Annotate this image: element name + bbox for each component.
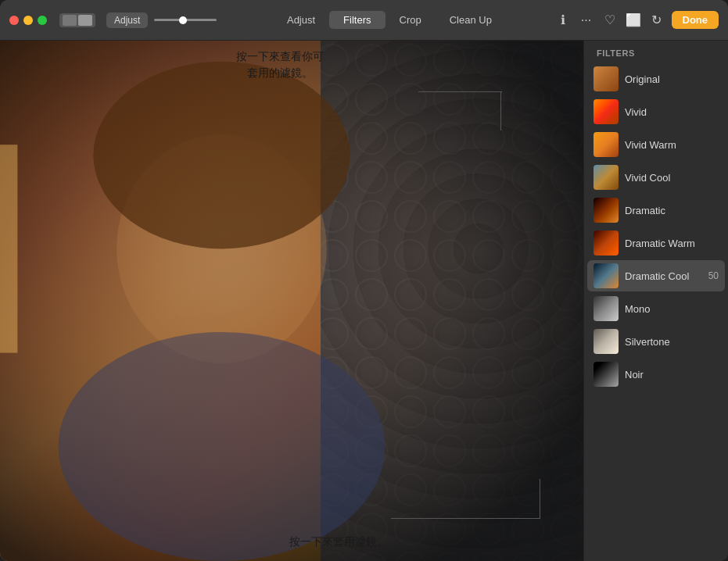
filter-name-silvertone: Silvertone [625, 336, 719, 348]
filter-name-mono: Mono [625, 303, 719, 315]
photo-area[interactable]: 按一下來查看你可 套用的濾鏡。 按一下來套用濾鏡。 [0, 41, 583, 561]
filter-name-dramatic-warm: Dramatic Warm [625, 238, 719, 249]
info-icon[interactable]: ℹ [554, 12, 572, 29]
filter-thumb-dramatic-cool [594, 263, 619, 288]
revert-to-original-button[interactable]: Adjust [106, 13, 148, 28]
svg-point-8 [59, 332, 386, 561]
app-window: Adjust Adjust Filters Crop Clean Up ℹ ··… [0, 0, 728, 561]
filter-thumb-dramatic [594, 198, 619, 223]
filter-thumb-vivid-warm [594, 132, 619, 157]
filter-item-noir[interactable]: Noir [587, 359, 725, 390]
photo-svg [0, 41, 583, 561]
nav-tabs: Adjust Filters Crop Clean Up [231, 11, 547, 29]
filter-thumb-vivid-cool [594, 165, 619, 190]
filter-item-vivid-cool[interactable]: Vivid Cool [587, 162, 725, 193]
filter-name-vivid-cool: Vivid Cool [625, 172, 719, 184]
photo-background [0, 41, 583, 561]
filter-thumb-dramatic-warm [594, 230, 619, 255]
filter-name-original: Original [625, 73, 719, 85]
more-icon[interactable]: ··· [578, 12, 595, 29]
view-toggle [59, 13, 95, 27]
filter-value-dramatic-cool: 50 [708, 270, 719, 281]
svg-rect-9 [0, 145, 17, 352]
filter-name-vivid-warm: Vivid Warm [625, 139, 719, 151]
filter-item-silvertone[interactable]: Silvertone [587, 326, 725, 357]
filter-item-original[interactable]: Original [587, 63, 725, 95]
zoom-slider[interactable] [154, 19, 217, 21]
filter-name-dramatic-cool: Dramatic Cool [625, 270, 702, 282]
filter-name-vivid: Vivid [625, 106, 719, 118]
maximize-button[interactable] [38, 16, 47, 25]
single-view-btn[interactable] [63, 15, 77, 26]
filter-item-dramatic-warm[interactable]: Dramatic Warm [587, 227, 725, 259]
rotate-icon[interactable]: ↻ [648, 12, 665, 29]
close-button[interactable] [9, 16, 19, 25]
filter-thumb-silvertone [594, 329, 619, 354]
filter-item-vivid[interactable]: Vivid [587, 96, 725, 127]
filter-thumb-noir [594, 362, 619, 387]
done-button[interactable]: Done [672, 11, 719, 29]
filter-name-dramatic: Dramatic [625, 205, 719, 216]
favorite-icon[interactable]: ♡ [601, 12, 619, 29]
filters-sidebar: FILTERS Original Vivid Vivid Warm Vivid … [583, 41, 728, 561]
share-icon[interactable]: ⬜ [625, 12, 642, 29]
filter-thumb-vivid [594, 99, 619, 124]
filter-item-dramatic-cool[interactable]: Dramatic Cool 50 [587, 260, 725, 291]
compare-view-btn[interactable] [78, 15, 92, 26]
main-content: 按一下來查看你可 套用的濾鏡。 按一下來套用濾鏡。 FILTERS Origin… [0, 41, 728, 561]
filter-thumb-mono [594, 296, 619, 321]
svg-point-7 [93, 62, 350, 249]
filter-name-noir: Noir [625, 369, 719, 381]
tab-cleanup[interactable]: Clean Up [436, 11, 506, 29]
filter-item-dramatic[interactable]: Dramatic [587, 195, 725, 226]
titlebar: Adjust Adjust Filters Crop Clean Up ℹ ··… [0, 0, 728, 41]
traffic-lights [9, 16, 47, 25]
filters-panel-title: FILTERS [584, 41, 728, 63]
minimize-button[interactable] [23, 16, 33, 25]
toolbar-right: ℹ ··· ♡ ⬜ ↻ Done [554, 11, 719, 29]
tab-filters[interactable]: Filters [329, 11, 385, 29]
filter-thumb-original [594, 66, 619, 91]
filter-item-mono[interactable]: Mono [587, 293, 725, 324]
tab-adjust[interactable]: Adjust [273, 11, 329, 29]
filter-item-vivid-warm[interactable]: Vivid Warm [587, 129, 725, 160]
tab-crop[interactable]: Crop [386, 11, 436, 29]
